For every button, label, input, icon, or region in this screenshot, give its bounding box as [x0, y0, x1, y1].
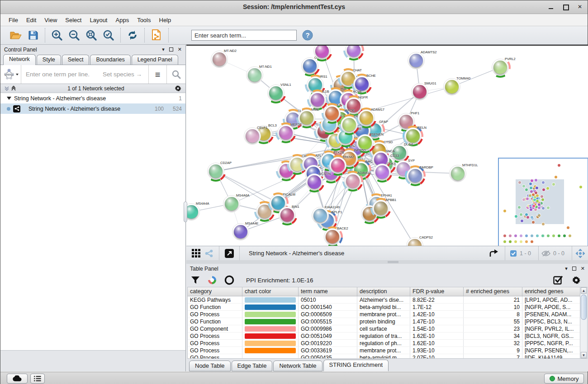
grid-view-icon[interactable]: [190, 247, 203, 260]
minimize-icon[interactable]: [548, 4, 554, 10]
settings-gear-icon[interactable]: [571, 275, 581, 285]
network-node-apbb1[interactable]: APBB1: [370, 198, 391, 219]
chart-donut-icon[interactable]: [207, 275, 217, 285]
tab-string-enrichment[interactable]: STRING Enrichment: [323, 360, 389, 371]
table-row[interactable]: GO ProcessGO:0033619membrane prot...1.93…: [188, 347, 580, 354]
table-row[interactable]: GO FunctionGO:0001540beta-amyloid bi...1…: [188, 304, 580, 311]
scroll-thumb[interactable]: [581, 295, 587, 320]
column-header-enriched-genes[interactable]: enriched genes: [522, 287, 580, 296]
menu-item-layout[interactable]: Layout: [86, 15, 111, 25]
tab-network[interactable]: Network: [3, 54, 36, 65]
menu-item-select[interactable]: Select: [62, 15, 85, 25]
network-node-pvrl2[interactable]: PVRL2: [490, 57, 511, 78]
enrichment-table[interactable]: categorychart colorterm namedescriptionF…: [187, 287, 580, 359]
menu-item-edit[interactable]: Edit: [23, 15, 40, 25]
save-icon[interactable]: [27, 29, 39, 42]
network-node-tomm40[interactable]: TOMM40: [441, 76, 462, 97]
table-row[interactable]: GO ComponentGO:0009986cell surface1.54E-…: [188, 325, 580, 332]
string-options-icon[interactable]: ≡: [148, 65, 166, 84]
table-row[interactable]: GO ProcessGO:0006509membrane prot...1.42…: [188, 311, 580, 318]
menu-item-tools[interactable]: Tools: [133, 15, 154, 25]
tab-style[interactable]: Style: [37, 55, 61, 65]
network-options-gear-icon[interactable]: [174, 84, 182, 92]
panel-menu-icon[interactable]: ▾: [162, 47, 165, 52]
tab-legend-panel[interactable]: Legend Panel: [132, 55, 178, 65]
tab-edge-table[interactable]: Edge Table: [232, 361, 273, 371]
zoom-in-icon[interactable]: [51, 29, 63, 42]
help-icon[interactable]: ?: [301, 29, 314, 42]
zoom-fit-icon[interactable]: [85, 29, 98, 42]
menu-item-help[interactable]: Help: [156, 15, 175, 25]
network-node-vsnl1[interactable]: VSNL1: [266, 83, 286, 103]
select-rows-icon[interactable]: [553, 275, 563, 285]
pan-move-icon[interactable]: [574, 247, 587, 260]
network-node-kiaa1149[interactable]: KIAA1149: [310, 205, 331, 226]
string-logo-icon[interactable]: STRING: [0, 65, 21, 84]
close-icon[interactable]: ✕: [577, 4, 583, 10]
tab-network-table[interactable]: Network Table: [273, 361, 322, 371]
table-scrollbar[interactable]: ▲ ▼: [580, 287, 588, 359]
birds-eye-view[interactable]: [498, 158, 588, 246]
column-header-chart-color[interactable]: chart color: [242, 287, 299, 296]
table-row[interactable]: GO FunctionGO:0005515protein binding1.47…: [188, 318, 580, 325]
tab-select[interactable]: Select: [62, 55, 90, 65]
network-node-mthfd1l[interactable]: MTHFD1L: [447, 163, 468, 184]
panel-divider-handle[interactable]: [184, 201, 187, 222]
network-node-mt-nd2[interactable]: MT-ND2: [209, 49, 230, 70]
network-node-cdk5[interactable]: CDK5: [372, 162, 393, 183]
network-node-prnp[interactable]: PRNP: [312, 45, 332, 61]
horizontal-splitter[interactable]: [186, 260, 588, 264]
menu-item-file[interactable]: File: [5, 15, 22, 25]
search-input[interactable]: [191, 30, 297, 41]
ring-chart-icon[interactable]: [224, 275, 234, 285]
network-view[interactable]: MT-ND2MT-ND1VSNL1GAB2PRNPMAPTADAMTS2PVRL…: [186, 45, 588, 246]
float-panel-icon[interactable]: [169, 47, 173, 52]
network-node-tardbp[interactable]: TARDBP: [405, 165, 426, 186]
network-node-adamts2[interactable]: ADAMTS2: [406, 50, 427, 71]
table-row[interactable]: GO ProcessGO:0051049regulation of tra...…: [188, 332, 580, 340]
network-file-icon[interactable]: [150, 29, 163, 42]
zoom-out-icon[interactable]: [68, 29, 81, 42]
string-input-placeholder[interactable]: Enter one term per line.: [21, 71, 103, 78]
column-header-term-name[interactable]: term name: [299, 287, 357, 296]
network-node-ms4a4e[interactable]: MS4A4E: [230, 221, 251, 242]
table-row[interactable]: KEGG Pathways05010Alzheimer's dise...8.8…: [188, 296, 580, 304]
scroll-up-icon[interactable]: ▲: [581, 287, 587, 294]
network-collection-row[interactable]: String Network - Alzheimer's disease 1: [0, 93, 185, 103]
network-node-trem2[interactable]: TREM2: [327, 155, 348, 176]
network-node-ncstn[interactable]: NCSTN: [304, 172, 325, 192]
cloud-button[interactable]: [7, 374, 28, 384]
table-row[interactable]: GO ProcessGO:0050435beta-amyloid m...2.0…: [188, 354, 580, 359]
network-node-adam17[interactable]: ADAM17: [356, 108, 377, 128]
table-row[interactable]: GO ProcessGO:0019220regulation of ph...1…: [188, 340, 580, 347]
table-close-icon[interactable]: ✕: [581, 266, 585, 272]
title-bar[interactable]: Session: /tmp/enrichmentTest.cys ✕: [0, 0, 588, 14]
network-node-cadps2[interactable]: CADPS2: [404, 235, 425, 246]
scroll-down-icon[interactable]: ▼: [581, 352, 587, 358]
table-float-icon[interactable]: [572, 267, 576, 271]
network-row[interactable]: String Network - Alzheimer's disease 100…: [0, 103, 185, 114]
column-header-category[interactable]: category: [188, 287, 242, 296]
menu-item-apps[interactable]: Apps: [112, 15, 133, 25]
column-header-description[interactable]: description: [357, 287, 410, 296]
zoom-selected-icon[interactable]: [102, 29, 115, 42]
network-node-il6[interactable]: IL6: [322, 103, 342, 124]
network-node-mapt[interactable]: MAPT: [343, 45, 364, 61]
refresh-icon[interactable]: [126, 29, 139, 42]
column-header--enriched-genes[interactable]: # enriched genes: [464, 287, 522, 296]
set-species-label[interactable]: Set species →: [103, 71, 148, 78]
maximize-icon[interactable]: [562, 4, 569, 10]
column-header-fdr-p-value[interactable]: FDR p-value: [410, 287, 464, 296]
open-in-window-icon[interactable]: [223, 247, 236, 260]
memory-button[interactable]: Memory: [544, 374, 584, 384]
close-panel-icon[interactable]: ✕: [178, 47, 182, 52]
string-search-icon[interactable]: [166, 65, 185, 84]
menu-item-view[interactable]: View: [41, 15, 61, 25]
open-folder-icon[interactable]: [9, 29, 22, 42]
network-node-celf1[interactable]: CELF1: [242, 126, 263, 146]
network-node-ms4a6a[interactable]: MS4A6A: [221, 193, 242, 214]
filter-icon[interactable]: [191, 276, 200, 285]
task-list-button[interactable]: [30, 374, 45, 384]
tab-node-table[interactable]: Node Table: [189, 361, 231, 371]
network-node-ms4a4a[interactable]: MS4A4A: [186, 201, 202, 222]
